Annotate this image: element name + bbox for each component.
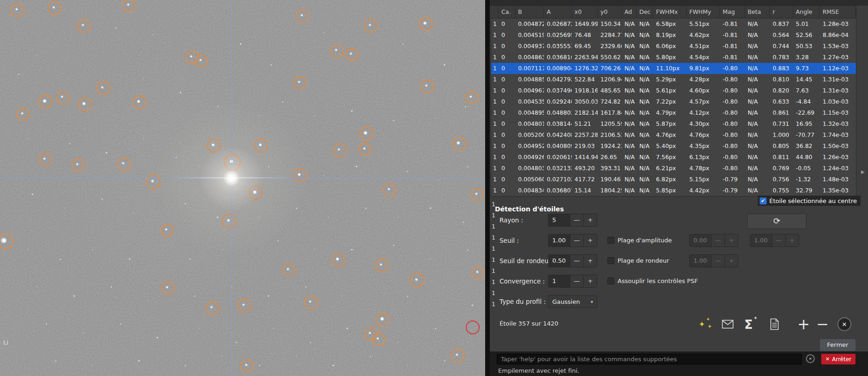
table-cell: 6.06px — [653, 41, 687, 52]
average-stars-button[interactable]: Σ✦ — [740, 316, 757, 333]
command-input[interactable] — [497, 354, 802, 364]
table-row[interactable]: 100.0049670.0374961918.16485.65N/AN/A5.6… — [491, 85, 856, 96]
clear-command-icon[interactable]: ✕ — [806, 354, 815, 363]
amplitude-range-row[interactable]: Plage d'amplitude — [607, 237, 672, 244]
row-index-cell: 1 — [491, 141, 499, 152]
amplitude-max-increment-button[interactable]: + — [785, 234, 799, 247]
roundness-max-input[interactable]: 1.00 — [690, 255, 711, 267]
table-row[interactable]: 100.0048340.03680715.141804.25N/AN/A5.85… — [491, 185, 856, 196]
table-row[interactable]: 100.0048630.0368162263.94550.62N/AN/A5.8… — [491, 52, 856, 63]
remove-star-button[interactable]: − — [814, 316, 831, 333]
table-row[interactable]: 100.0048850.042792522.841206.94N/AN/A5.2… — [491, 74, 856, 85]
table-cell: 1276.32 — [572, 63, 598, 74]
radius-decrement-button[interactable]: — — [570, 214, 583, 226]
centered-star-checkbox[interactable]: ✔ — [760, 197, 767, 204]
roundness-range-checkbox[interactable] — [607, 257, 614, 264]
star — [467, 166, 468, 167]
star — [435, 328, 436, 329]
table-row[interactable]: 100.0045350.0292403050.03724.82N/AN/A7.2… — [491, 96, 856, 107]
column-header-rmse[interactable]: RMSE — [820, 6, 856, 18]
roundness-max-decrement-button[interactable]: — — [711, 255, 724, 267]
radius-input[interactable]: 5 — [549, 214, 570, 226]
convergence-decrement-button[interactable]: — — [570, 275, 583, 287]
table-cell: N/A — [622, 85, 637, 96]
roundness-decrement-button[interactable]: — — [570, 255, 583, 267]
column-header-ca[interactable]: Ca. — [499, 6, 515, 18]
table-cell: 0.004872 — [515, 18, 544, 30]
table-cell: 4.28px — [687, 74, 720, 85]
table-cell: 14.45 — [793, 74, 820, 85]
star — [467, 342, 468, 343]
table-scroll-right-icon[interactable]: ▶ — [861, 169, 865, 174]
table-row[interactable]: 100.0045190.02569576.482284.77N/AN/A8.19… — [491, 30, 856, 41]
table-cell: 1617.84 — [598, 107, 622, 118]
table-row[interactable]: 100.0050600.027102417.72190.46N/AN/A6.82… — [491, 174, 856, 185]
column-header-fwhmy[interactable]: FWHMy — [687, 6, 720, 18]
refresh-detection-button[interactable]: ⟳ — [747, 214, 806, 229]
table-row[interactable]: 100.0049260.0206191414.9426.65N/AN/A7.56… — [491, 152, 856, 163]
convergence-increment-button[interactable]: + — [583, 275, 597, 287]
star — [351, 110, 353, 112]
roundness-increment-button[interactable]: + — [583, 255, 597, 267]
threshold-input[interactable]: 1.00 — [549, 234, 570, 247]
roundness-range-row[interactable]: Plage de rondeur — [607, 257, 669, 264]
star — [31, 193, 33, 195]
table-row[interactable]: 100.0052000.0424082257.282106.53N/AN/A4.… — [491, 129, 856, 141]
row-index-cell: 1 — [491, 152, 499, 163]
table-row[interactable]: 100.0049520.040809219.031924.23N/AN/A5.4… — [491, 141, 856, 152]
amplitude-min-decrement-button[interactable]: — — [711, 234, 724, 247]
centered-star-checkbox-row[interactable]: ✔ Étoile sélectionnée au centre — [758, 196, 861, 206]
table-row[interactable]: 100.0071170.0089041276.32706.26N/AN/A11.… — [491, 63, 856, 74]
table-cell: 1.03e-03 — [820, 96, 856, 107]
add-star-button[interactable]: + — [795, 316, 812, 333]
table-cell: -0.80 — [720, 107, 745, 118]
column-header-r[interactable]: r — [770, 6, 793, 18]
amplitude-min-input[interactable]: 0.00 — [690, 234, 711, 247]
profile-type-dropdown[interactable]: Gaussien ▾ — [548, 295, 597, 308]
table-cell: N/A — [637, 52, 653, 63]
table-row[interactable]: 100.0048950.0488032182.141617.84N/AN/A4.… — [491, 107, 856, 118]
export-stars-button[interactable] — [719, 316, 736, 333]
row-index: 1 — [492, 277, 495, 288]
column-header-fwhmx[interactable]: FWHMx — [653, 6, 687, 18]
column-header-a[interactable]: A — [544, 6, 572, 18]
threshold-increment-button[interactable]: + — [583, 234, 597, 247]
convergence-input[interactable]: 1 — [549, 275, 570, 287]
table-cell: N/A — [637, 174, 653, 185]
image-view[interactable]: Li — [0, 0, 485, 376]
column-header-mag[interactable]: Mag — [720, 6, 745, 18]
column-header-beta[interactable]: Beta — [745, 6, 770, 18]
table-row[interactable]: 100.0048010.03814451.211205.59N/AN/A5.87… — [491, 118, 856, 129]
column-header-ad[interactable]: Ad — [622, 6, 637, 18]
column-header-dec[interactable]: Dec — [637, 6, 653, 18]
star — [273, 328, 274, 329]
column-header-y0[interactable]: y0 — [598, 6, 622, 18]
threshold-decrement-button[interactable]: — — [570, 234, 583, 247]
stop-button[interactable]: ✕ Arrêter — [821, 354, 856, 364]
column-header-x0[interactable]: x0 — [572, 6, 598, 18]
amplitude-max-decrement-button[interactable]: — — [772, 234, 785, 247]
clear-stars-button[interactable]: ✕ — [837, 316, 852, 333]
threshold-spinner: 1.00 — + — [548, 234, 597, 247]
amplitude-min-increment-button[interactable]: + — [724, 234, 738, 247]
table-cell: N/A — [637, 30, 653, 41]
table-row[interactable]: 100.0048030.032132493.20393.31N/AN/A6.21… — [491, 163, 856, 174]
export-list-button[interactable] — [767, 316, 782, 333]
detect-stars-button[interactable]: ✦ ✦ ✦ — [698, 316, 716, 333]
close-dialog-button[interactable]: Fermer — [819, 339, 856, 351]
table-cell: 393.31 — [598, 163, 622, 174]
roundness-max-increment-button[interactable]: + — [724, 255, 738, 267]
table-cell: 0.810 — [770, 74, 793, 85]
amplitude-max-input[interactable]: 1.00 — [750, 234, 772, 247]
column-header-angle[interactable]: Angle — [793, 6, 820, 18]
radius-increment-button[interactable]: + — [583, 214, 597, 226]
amplitude-range-checkbox[interactable] — [607, 237, 614, 244]
star — [138, 360, 140, 362]
column-header-b[interactable]: B — [515, 6, 544, 18]
table-cell: N/A — [637, 85, 653, 96]
table-row[interactable]: 100.0049370.03555369.452329.66N/AN/A6.06… — [491, 41, 856, 52]
relax-psf-row[interactable]: Assouplir les contrôles PSF — [607, 277, 698, 284]
table-row[interactable]: 100.0048720.0268721649.99150.34N/AN/A6.5… — [491, 18, 856, 30]
roundness-input[interactable]: 0.50 — [549, 255, 570, 267]
relax-psf-checkbox[interactable] — [607, 277, 614, 284]
